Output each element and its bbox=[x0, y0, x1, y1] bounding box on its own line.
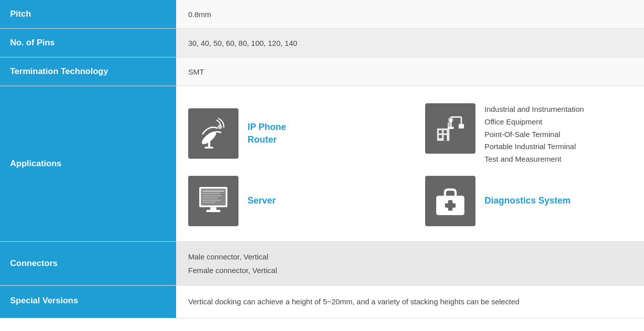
svg-rect-7 bbox=[439, 135, 442, 138]
connectors-row: Connectors Male connector, Vertical Fema… bbox=[0, 242, 644, 286]
connectors-text: Male connector, Vertical Female connecto… bbox=[188, 250, 277, 277]
app-item-ipphone: IP PhoneRouter bbox=[188, 101, 395, 166]
svg-rect-6 bbox=[444, 130, 447, 134]
applications-value: IP PhoneRouter bbox=[176, 86, 644, 241]
svg-rect-17 bbox=[459, 124, 464, 128]
svg-rect-27 bbox=[206, 210, 220, 212]
pitch-row: Pitch 0.8mm bbox=[0, 0, 644, 29]
svg-rect-25 bbox=[202, 202, 215, 203]
industrial-label: Industrial and Instrumentation Office Eq… bbox=[485, 103, 584, 166]
termination-value: SMT bbox=[176, 57, 644, 86]
app-item-server: Server bbox=[188, 176, 395, 226]
ipphone-label: IP PhoneRouter bbox=[248, 121, 286, 146]
applications-row: Applications bbox=[0, 86, 644, 242]
pins-row: No. of Pins 30, 40, 50, 60, 80, 100, 120… bbox=[0, 29, 644, 57]
termination-row: Termination Technology SMT bbox=[0, 57, 644, 86]
svg-rect-2 bbox=[205, 147, 214, 149]
svg-rect-22 bbox=[202, 195, 222, 196]
app-grid: IP PhoneRouter bbox=[188, 101, 632, 226]
termination-label: Termination Technology bbox=[0, 57, 176, 86]
svg-rect-5 bbox=[439, 130, 442, 134]
special-versions-row: Special Versions Vertical docking can ac… bbox=[0, 286, 644, 318]
server-label: Server bbox=[248, 194, 276, 207]
applications-label: Applications bbox=[0, 86, 176, 241]
pins-label: No. of Pins bbox=[0, 29, 176, 57]
svg-rect-8 bbox=[444, 135, 447, 141]
satellite-icon bbox=[188, 108, 238, 159]
svg-rect-12 bbox=[448, 122, 450, 128]
diagnostics-label: Diagnostics System bbox=[485, 194, 571, 207]
svg-rect-24 bbox=[202, 200, 221, 201]
svg-rect-30 bbox=[445, 203, 456, 208]
pitch-value: 0.8mm bbox=[176, 0, 644, 28]
app-item-diagnostics: Diagnostics System bbox=[425, 176, 632, 226]
industrial-icon bbox=[425, 103, 475, 154]
diagnostics-icon bbox=[425, 176, 475, 226]
svg-point-14 bbox=[449, 118, 452, 121]
connectors-value: Male connector, Vertical Female connecto… bbox=[176, 242, 644, 285]
svg-rect-23 bbox=[202, 197, 218, 198]
pitch-label: Pitch bbox=[0, 0, 176, 28]
svg-rect-20 bbox=[202, 190, 224, 192]
svg-rect-21 bbox=[202, 193, 220, 194]
special-versions-value: Vertical docking can achieve a height of… bbox=[176, 286, 644, 318]
server-icon bbox=[188, 176, 238, 226]
pins-value: 30, 40, 50, 60, 80, 100, 120, 140 bbox=[176, 29, 644, 57]
special-versions-label: Special Versions bbox=[0, 286, 176, 318]
app-item-industrial: Industrial and Instrumentation Office Eq… bbox=[425, 101, 632, 166]
connectors-label: Connectors bbox=[0, 242, 176, 285]
